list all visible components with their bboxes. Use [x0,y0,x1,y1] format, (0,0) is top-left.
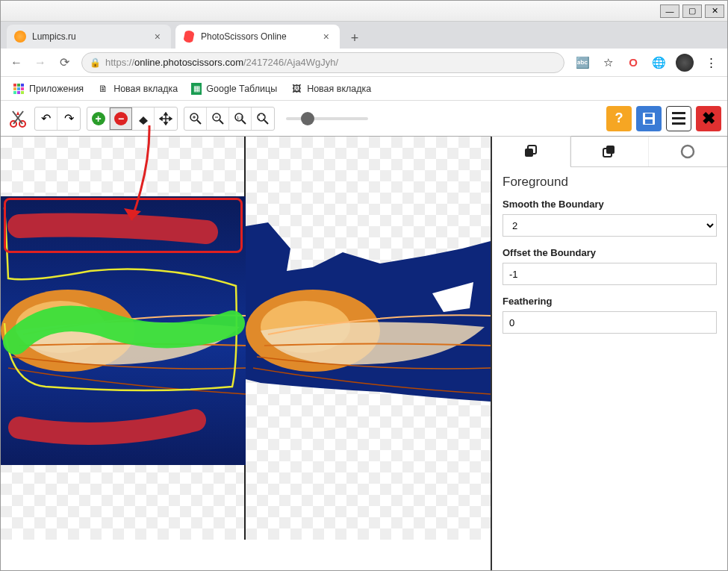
redo-button[interactable]: ↷ [57,107,80,130]
window-maximize-button[interactable]: ▢ [682,4,702,18]
bookmark-label: Новая вкладка [307,84,371,94]
svg-line-23 [242,120,246,124]
result-pane[interactable] [246,137,491,540]
undo-button[interactable]: ↶ [35,107,57,130]
bookmark-apps[interactable]: Приложения [8,81,88,97]
eraser-icon [137,112,150,125]
profile-avatar[interactable] [676,54,694,72]
panel-tab-foreground[interactable] [492,137,570,166]
minus-circle-icon: − [114,112,128,125]
zoom-out-button[interactable] [207,107,229,130]
favicon-icon [183,31,195,43]
svg-rect-4 [17,87,20,90]
magnifier-plus-icon [189,112,202,125]
svg-rect-5 [21,87,24,90]
svg-rect-28 [645,113,653,117]
bookmark-label: Приложения [29,84,84,94]
close-button[interactable]: ✖ [696,106,721,131]
magnifier-fit-icon [256,112,270,125]
plus-circle-icon: + [92,112,105,125]
help-button[interactable]: ? [606,106,632,131]
svg-rect-36 [525,149,533,157]
window-close-button[interactable]: ✕ [705,4,724,18]
reload-button[interactable]: ⟳ [53,52,75,74]
svg-rect-1 [17,84,20,87]
eraser-button[interactable] [132,107,155,130]
feather-label: Feathering [503,296,717,307]
photoscissors-app: ↶ ↷ + − 1:1 ? [1,101,727,570]
window-minimize-button[interactable]: — [660,4,679,18]
svg-line-20 [220,120,223,124]
offset-input[interactable] [503,263,717,285]
brush-size-slider[interactable] [286,117,368,120]
bookmark-label: Новая вкладка [113,84,178,94]
page-icon: 🗎 [97,83,109,95]
svg-rect-29 [645,119,653,124]
panel-tabs [492,137,727,167]
url-text: https://online.photoscissors.com/2417246… [105,57,338,68]
svg-marker-14 [139,116,148,125]
bookmark-label: Google Таблицы [206,84,277,94]
svg-text:1:1: 1:1 [237,116,243,120]
window-titlebar: — ▢ ✕ [1,1,727,22]
browser-tab-photoscissors[interactable]: PhotoScissors Online × [175,25,340,49]
svg-rect-7 [17,91,20,94]
bookmark-google-tables[interactable]: ▦ Google Таблицы [187,81,281,97]
tab-title: PhotoScissors Online [201,31,320,42]
opera-icon[interactable]: O [625,54,641,71]
zoom-fit-button[interactable] [252,107,274,130]
svg-line-16 [197,120,201,124]
panel-tab-shadow[interactable] [649,137,727,166]
annotation-highlight-box [4,198,243,253]
smooth-select[interactable]: 2 [503,214,717,237]
magnifier-minus-icon [211,112,225,125]
save-button[interactable] [636,106,662,131]
mark-foreground-button[interactable]: + [87,107,110,130]
browser-tab-lumpics[interactable]: Lumpics.ru × [7,25,171,49]
star-icon[interactable]: ☆ [600,54,616,71]
translate-icon[interactable]: 🔤 [574,54,591,71]
move-arrows-icon [159,112,172,125]
mark-background-button[interactable]: − [110,107,132,130]
properties-panel: Foreground Smooth the Boundary 2 Offset … [492,137,727,570]
new-tab-button[interactable]: + [344,28,365,49]
sheets-icon: ▦ [191,83,202,95]
svg-rect-8 [21,91,24,94]
background-layers-icon [601,143,617,160]
edit-pane[interactable] [1,137,246,540]
feather-input[interactable] [503,311,717,334]
zoom-in-button[interactable] [184,107,207,130]
svg-rect-2 [21,84,24,87]
bookmark-newtab-1[interactable]: 🗎 Новая вкладка [93,81,182,97]
picture-icon: 🖼 [290,83,302,95]
globe-icon[interactable]: 🌐 [650,54,667,71]
panel-tab-background[interactable] [570,137,649,166]
app-logo-icon[interactable] [5,106,31,131]
svg-point-39 [682,146,694,157]
bookmark-newtab-2[interactable]: 🖼 Новая вкладка [286,81,376,97]
browser-tabstrip: Lumpics.ru × PhotoScissors Online × + [1,22,727,49]
forward-button[interactable]: → [29,52,52,74]
kebab-menu-icon[interactable]: ⋮ [703,54,719,71]
offset-label: Offset the Boundary [503,247,717,258]
hamburger-icon [672,112,685,125]
lock-icon: 🔒 [90,57,101,68]
circle-outline-icon [679,143,696,160]
tab-close-icon[interactable]: × [152,31,164,43]
zoom-actual-button[interactable]: 1:1 [229,107,252,130]
svg-line-26 [264,120,268,124]
slider-thumb[interactable] [301,112,314,125]
apps-grid-icon [13,83,25,95]
favicon-icon [14,31,26,43]
tab-close-icon[interactable]: × [320,31,332,43]
svg-rect-38 [606,146,615,154]
bookmarks-bar: Приложения 🗎 Новая вкладка ▦ Google Табл… [1,77,727,101]
smooth-label: Smooth the Boundary [503,199,717,210]
svg-rect-6 [13,91,16,94]
back-button[interactable]: ← [5,52,28,74]
move-button[interactable] [155,107,177,130]
menu-button[interactable] [666,106,691,131]
app-toolbar: ↶ ↷ + − 1:1 ? [1,101,727,137]
url-field[interactable]: 🔒 https://online.photoscissors.com/24172… [81,52,564,73]
svg-rect-0 [13,84,16,87]
